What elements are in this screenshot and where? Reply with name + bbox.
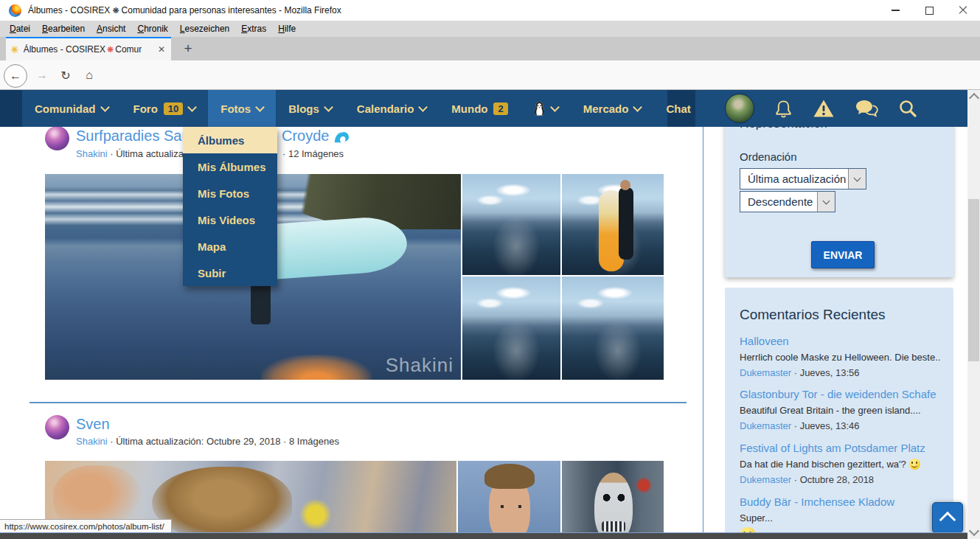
alerts-warning-icon[interactable]: [813, 99, 835, 118]
browser-toolbar: ← → ↻ ⌂ ⋯ ☆: [0, 60, 980, 90]
nav-blogs[interactable]: Blogs: [276, 90, 344, 127]
nav-mercado[interactable]: Mercado: [571, 90, 654, 127]
filter-panel: Representación Ordenación Última actuali…: [725, 103, 953, 277]
album2-title[interactable]: Sven: [76, 416, 110, 433]
page-scrollbar[interactable]: [967, 90, 980, 539]
select-arrow-icon[interactable]: [848, 169, 866, 189]
direction-select-value: Descendente: [740, 195, 817, 208]
dropdown-item-subir[interactable]: Subir: [183, 260, 277, 286]
comment-author-link[interactable]: Dukemaster: [740, 474, 791, 485]
dropdown-item-mapa[interactable]: Mapa: [183, 233, 277, 260]
site-search-icon[interactable]: [898, 99, 917, 118]
nav-calendario[interactable]: Calendario: [344, 90, 439, 127]
comment-author-link[interactable]: Dukemaster: [740, 367, 791, 378]
fotos-dropdown-menu: Álbumes Mis Álbumes Mis Fotos Mis Videos…: [183, 127, 277, 286]
album1-title-end[interactable]: Croyde: [282, 128, 350, 145]
comment-body: Herrlich coole Maske zu Helloween. Die b…: [740, 352, 940, 363]
cosirex-star-icon: ❋: [112, 6, 119, 15]
firefox-window: Álbumes - COSIREX❋Comunidad para persona…: [0, 0, 980, 539]
comment-body: Super...: [740, 512, 940, 524]
menu-extras[interactable]: Extras: [235, 21, 272, 36]
dropdown-item-mis-albumes[interactable]: Mis Álbumes: [183, 153, 277, 180]
photo-watermark: Shakini: [386, 354, 453, 377]
comment-title-link[interactable]: Festival of Lights am Potsdamer Platz: [740, 442, 940, 454]
penguin-icon: [533, 101, 546, 117]
nav-penguin[interactable]: [521, 90, 571, 127]
menu-hilfe[interactable]: Hilfe: [272, 21, 302, 36]
page-viewport: Comunidad Foro10 Fotos Blogs Calendario …: [0, 90, 980, 539]
chevron-down-icon: [187, 102, 197, 112]
recent-comments-heading: Comentarios Recientes: [740, 307, 885, 323]
chevron-down-icon: [633, 102, 643, 112]
comment-title-link[interactable]: Glastonbury Tor - die weidenden Schafe: [740, 388, 940, 400]
menu-datei[interactable]: Datei: [4, 21, 36, 36]
album1-photo-thumb[interactable]: [462, 277, 560, 380]
back-button[interactable]: ←: [4, 64, 27, 88]
album1-photo-thumb[interactable]: [562, 277, 664, 380]
tab-title: Álbumes - COSIREX❋Comun: [24, 44, 142, 55]
site-nav-menu: Comunidad Foro10 Fotos Blogs Calendario …: [22, 90, 667, 127]
comment-author-link[interactable]: Dukemaster: [740, 420, 791, 431]
album-owner-avatar[interactable]: [45, 415, 69, 439]
menu-bearbeiten[interactable]: Bearbeiten: [36, 21, 91, 36]
album1-photo-thumb[interactable]: [462, 174, 560, 275]
scrollbar-down-icon[interactable]: [969, 526, 979, 536]
dropdown-item-mis-videos[interactable]: Mis Videos: [183, 206, 277, 233]
nav-mundo[interactable]: Mundo2: [439, 90, 520, 127]
firefox-logo-icon: [9, 4, 21, 17]
sort-select[interactable]: Última actualización: [740, 168, 866, 189]
enviar-submit-button[interactable]: ENVIAR: [811, 241, 875, 268]
minimize-button[interactable]: [878, 0, 912, 21]
chevron-down-icon: [100, 102, 110, 112]
scrollbar-thumb[interactable]: [968, 199, 979, 361]
reload-button[interactable]: ↻: [55, 64, 77, 86]
menu-lesezeichen[interactable]: Lesezeichen: [174, 21, 235, 36]
messages-chat-icon[interactable]: [855, 99, 878, 118]
menu-ansicht[interactable]: Ansicht: [91, 21, 131, 36]
nav-comunidad[interactable]: Comunidad: [22, 90, 121, 127]
tab-close-icon[interactable]: ✕: [156, 43, 167, 56]
scroll-to-top-button[interactable]: [932, 502, 963, 533]
album-owner-avatar[interactable]: [45, 126, 69, 150]
album2-photo-thumb[interactable]: [458, 461, 560, 539]
sun-reflection-shape: [261, 355, 372, 380]
cosirex-burst-icon: ❋: [107, 45, 114, 54]
album1-photo-thumb[interactable]: [562, 174, 664, 275]
select-arrow-icon[interactable]: [817, 192, 835, 212]
notifications-bell-icon[interactable]: [774, 99, 793, 119]
comment-title-link[interactable]: Buddy Bär - Imchensee Kladow: [740, 495, 940, 508]
window-title: Álbumes - COSIREX❋Comunidad para persona…: [28, 5, 341, 15]
comment-meta: Dukemaster · Jueves, 13:46: [740, 420, 940, 431]
album-author-link[interactable]: Shakini: [76, 148, 108, 159]
hair-shape: [152, 467, 292, 539]
sort-select-value: Última actualización: [740, 173, 848, 185]
maximize-button[interactable]: [912, 0, 946, 21]
title-bar: Álbumes - COSIREX❋Comunidad para persona…: [0, 0, 980, 21]
direction-select[interactable]: Descendente: [740, 191, 835, 212]
scrollbar-up-icon[interactable]: [969, 93, 979, 103]
foro-count-badge: 10: [164, 102, 183, 115]
dropdown-item-albumes[interactable]: Álbumes: [183, 127, 277, 153]
face-shape: [498, 504, 524, 510]
chevron-down-icon: [255, 102, 265, 112]
home-button[interactable]: ⌂: [78, 64, 100, 86]
album2-photo-thumb[interactable]: [562, 461, 664, 539]
forward-button[interactable]: →: [31, 64, 53, 86]
dropdown-item-mis-fotos[interactable]: Mis Fotos: [183, 180, 277, 206]
album1-title-start[interactable]: Surfparadies Sau: [76, 128, 190, 145]
album-author-link[interactable]: Shakini: [76, 436, 108, 447]
comment-meta: Dukemaster · Jueves, 13:56: [740, 367, 940, 378]
tab-albumes[interactable]: ☀ Álbumes - COSIREX❋Comun ✕: [6, 37, 171, 60]
comment-title-link[interactable]: Halloveen: [740, 335, 940, 347]
menu-bar: Datei Bearbeiten Ansicht Chronik Lesezei…: [0, 21, 980, 37]
menu-chronik[interactable]: Chronik: [131, 21, 173, 36]
close-button[interactable]: [946, 0, 980, 21]
nav-foro[interactable]: Foro10: [121, 90, 209, 127]
chevron-down-icon: [550, 102, 560, 112]
user-avatar[interactable]: [725, 94, 754, 123]
album2-meta: Shakini · Última actualización: Octubre …: [76, 436, 339, 447]
site-navbar: Comunidad Foro10 Fotos Blogs Calendario …: [0, 90, 967, 127]
nav-fotos[interactable]: Fotos: [208, 90, 276, 127]
new-tab-button[interactable]: +: [177, 39, 199, 58]
comment-item: Buddy Bär - Imchensee Kladow Super...: [740, 495, 940, 524]
